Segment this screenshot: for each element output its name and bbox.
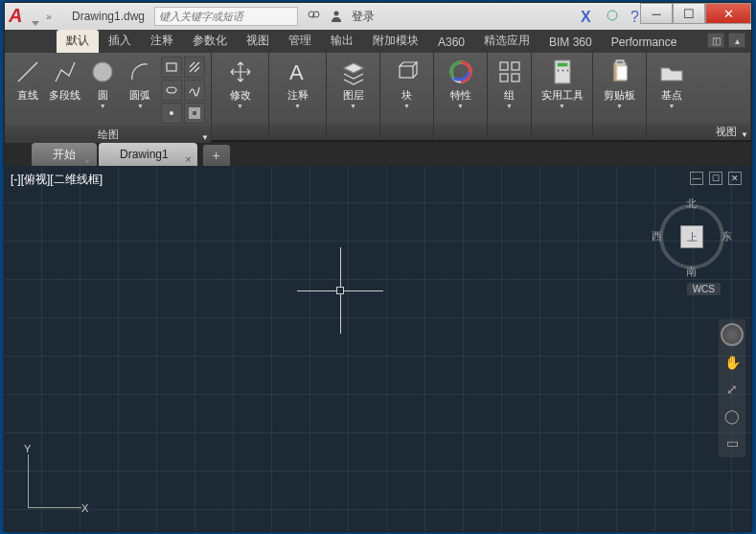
search-icon[interactable] (306, 9, 321, 24)
line-button[interactable]: 直线 (11, 57, 44, 101)
chevron-down-icon: ▼ (457, 103, 464, 109)
tab-featured[interactable]: 精选应用 (474, 30, 539, 53)
tab-addins[interactable]: 附加模块 (363, 30, 428, 53)
hatch-button[interactable] (184, 57, 205, 78)
tab-annotate[interactable]: 注释 (141, 30, 183, 53)
maximize-button[interactable]: ☐ (673, 3, 705, 24)
svg-point-2 (334, 12, 339, 16)
move-icon (225, 57, 256, 87)
svg-rect-15 (512, 74, 519, 81)
polyline-button[interactable]: 多段线 (48, 57, 81, 101)
circle-button[interactable]: 圆 ▼ (86, 57, 120, 109)
chevron-down-icon: ▼ (403, 103, 410, 109)
showmotion-icon[interactable]: ▭ (722, 432, 743, 453)
tab-insert[interactable]: 插入 (99, 30, 141, 53)
polyline-icon (50, 57, 80, 87)
tab-output[interactable]: 输出 (321, 30, 363, 53)
doc-tab-drawing1[interactable]: Drawing1× (99, 143, 197, 166)
chevron-down-icon: ▼ (669, 103, 676, 109)
user-icon[interactable] (329, 9, 344, 24)
svg-rect-8 (192, 110, 197, 116)
chevron-down-icon: ▼ (100, 103, 106, 109)
viewport-controls[interactable]: [-][俯视][二维线框] (11, 172, 103, 188)
svg-point-5 (167, 87, 176, 93)
document-title: Drawing1.dwg (72, 10, 145, 23)
panel-label-modify (212, 123, 268, 140)
modify-button[interactable]: 修改 ▼ (221, 57, 260, 109)
steering-wheel-icon[interactable] (721, 323, 744, 346)
svg-rect-10 (400, 66, 413, 78)
properties-button[interactable]: 特性 ▼ (442, 57, 480, 109)
spline-button[interactable] (184, 80, 205, 101)
point-button[interactable] (161, 103, 182, 124)
chevron-down-icon: ▼ (350, 103, 356, 109)
chevron-down-icon: ▼ (506, 103, 513, 109)
ribbon-panel-dialog-icon[interactable]: ◫ (707, 33, 724, 48)
basepoint-button[interactable]: 基点 ▼ (653, 57, 691, 109)
minimize-button[interactable]: ─ (640, 3, 673, 24)
arc-icon (125, 57, 155, 87)
tab-a360[interactable]: A360 (428, 33, 474, 53)
svg-text:A: A (289, 60, 304, 84)
arc-button[interactable]: 圆弧 ▼ (124, 57, 157, 109)
viewport-minimize-icon[interactable]: — (690, 172, 703, 185)
rectangle-button[interactable] (161, 57, 182, 78)
panel-label-draw[interactable]: 绘图▼ (5, 126, 211, 143)
group-button[interactable]: 组 ▼ (493, 57, 525, 109)
folder-icon (656, 57, 687, 87)
svg-rect-13 (512, 62, 519, 70)
chevron-down-icon: ▼ (294, 103, 301, 109)
viewcube[interactable]: 上 北 南 西 东 (653, 198, 730, 275)
group-icon (494, 57, 525, 87)
clipboard-icon (605, 57, 635, 87)
wcs-badge[interactable]: WCS (687, 283, 721, 295)
tab-parametric[interactable]: 参数化 (183, 30, 237, 53)
tab-view[interactable]: 视图 (237, 30, 279, 53)
exchange-icon[interactable]: X (581, 9, 596, 24)
close-button[interactable]: ✕ (705, 3, 751, 24)
utilities-button[interactable]: 实用工具 ▼ (538, 57, 586, 109)
qat-expand-icon[interactable]: » (43, 12, 55, 22)
panel-label-view[interactable]: 视图▼ (647, 123, 750, 140)
viewport-maximize-icon[interactable]: ☐ (709, 172, 722, 185)
doc-tab-start[interactable]: 开始▼ (32, 143, 97, 166)
tab-performance[interactable]: Performance (602, 33, 687, 53)
pan-icon[interactable]: ✋ (722, 352, 743, 373)
svg-rect-17 (557, 62, 568, 67)
app-menu-button[interactable]: A (9, 5, 37, 28)
viewport-close-icon[interactable]: ✕ (728, 172, 742, 185)
chevron-down-icon: ▼ (137, 103, 144, 109)
annotate-button[interactable]: A 注释 ▼ (279, 57, 317, 109)
viewcube-top-face[interactable]: 上 (680, 225, 703, 248)
ribbon-tab-strip: 默认 插入 注释 参数化 视图 管理 输出 附加模块 A360 精选应用 BIM… (5, 30, 751, 53)
calculator-icon (547, 57, 578, 87)
zoom-extents-icon[interactable]: ⤢ (722, 379, 743, 400)
tab-manage[interactable]: 管理 (279, 30, 321, 53)
svg-point-6 (171, 112, 173, 115)
svg-rect-14 (500, 74, 508, 81)
clipboard-button[interactable]: 剪贴板 ▼ (601, 57, 639, 109)
login-button[interactable]: 登录 (352, 9, 375, 25)
search-input[interactable] (154, 7, 298, 26)
chevron-down-icon: ▼ (559, 103, 565, 109)
orbit-icon[interactable]: ◯ (722, 406, 743, 427)
new-tab-button[interactable]: + (203, 145, 230, 166)
tab-home[interactable]: 默认 (57, 30, 99, 53)
region-button[interactable] (184, 103, 205, 124)
ellipse-button[interactable] (161, 80, 182, 101)
a360-icon[interactable] (606, 9, 621, 24)
title-bar: A » Drawing1.dwg 登录 X ? ─ ☐ ✕ (5, 3, 751, 30)
document-tabs: 开始▼ Drawing1× + (5, 141, 751, 166)
svg-point-3 (93, 62, 112, 81)
layer-button[interactable]: 图层 ▼ (334, 57, 373, 109)
line-icon (12, 57, 43, 87)
block-icon (392, 57, 423, 87)
drawing-canvas[interactable]: [-][俯视][二维线框] — ☐ ✕ 上 北 南 西 东 WCS ✋ ⤢ ◯ … (5, 166, 751, 531)
svg-rect-19 (561, 69, 564, 72)
svg-rect-23 (617, 66, 627, 80)
tab-bim360[interactable]: BIM 360 (539, 33, 602, 53)
ribbon-minimize-icon[interactable]: ▴ (728, 33, 745, 48)
block-button[interactable]: 块 ▼ (388, 57, 426, 109)
layer-icon (338, 57, 369, 87)
svg-rect-12 (500, 62, 508, 70)
